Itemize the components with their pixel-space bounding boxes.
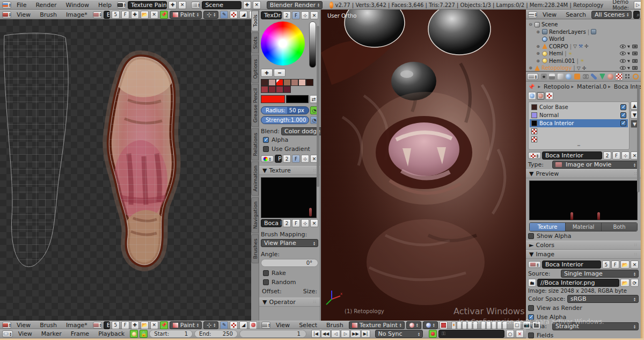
image-menu-view[interactable]: View — [13, 11, 34, 19]
previous-keyframe-button[interactable]: ◀◀ — [321, 330, 331, 338]
paint-draw-toggle[interactable]: ✎ — [220, 11, 228, 19]
tab-tools[interactable]: Tools — [251, 10, 259, 31]
cursor-icon[interactable] — [627, 59, 631, 62]
play-reverse-button[interactable]: ◁ — [331, 330, 340, 338]
preview-panel-header[interactable]: ▼Preview∷ — [526, 169, 641, 178]
brush-unlink-button[interactable]: ✕ — [310, 11, 318, 19]
fields-row[interactable]: Fields — [526, 331, 641, 338]
image-menu-image[interactable]: Image* — [62, 11, 91, 19]
next-keyframe-button[interactable]: ▶▶ — [350, 330, 360, 338]
screen-browse-button[interactable]: ▴▾ — [117, 2, 126, 9]
brush-fake-user-button[interactable]: F — [292, 11, 300, 19]
tab-particles[interactable] — [624, 73, 632, 81]
outliner-menu-search[interactable]: Search — [562, 11, 590, 19]
tab-relations[interactable]: Relations — [251, 128, 259, 161]
show-alpha-checkbox[interactable] — [528, 233, 534, 239]
random-checkbox-row[interactable]: Random — [261, 278, 318, 287]
preview-range-toggle[interactable] — [130, 330, 138, 338]
brush-users-button[interactable]: 2 — [283, 11, 291, 19]
brush-mapping-select[interactable]: View Plane▴▾ — [261, 239, 318, 247]
frame-end-field[interactable]: End:250 — [194, 330, 238, 338]
texture-slot-boca-interior[interactable]: Boca Interior — [530, 119, 628, 127]
pivot-select-2[interactable]: ⊹▴▾ — [203, 321, 218, 329]
sync-mode-select[interactable]: No Sync▴▾ — [375, 330, 423, 338]
cursor-icon[interactable] — [627, 66, 631, 70]
show-alpha-row[interactable]: Show Alpha — [526, 232, 641, 241]
use-alpha-checkbox[interactable] — [528, 314, 534, 320]
palette-swatch-active[interactable] — [276, 79, 283, 86]
delete-keyframe-button[interactable]: ✕ — [516, 330, 524, 338]
opengl-animation-button[interactable]: 🎬 — [532, 321, 540, 329]
preview-texture-button[interactable]: Texture — [530, 223, 566, 231]
camera-icon[interactable] — [632, 45, 638, 48]
outliner-item-retopology[interactable]: ⊕Retopology |▽✢ — [528, 64, 640, 72]
viewport-3d[interactable]: User Ortho x (1) Retopology — [321, 10, 526, 321]
texture-slot-empty[interactable] — [530, 127, 628, 135]
outliner-item-corpo[interactable]: ⊕CORPO |▽⚒✢ — [528, 43, 640, 50]
rake-checkbox[interactable] — [263, 270, 269, 276]
render-engine-select[interactable]: Blender Render▴▾ — [267, 1, 323, 9]
breadcrumb-material[interactable]: Material.0 — [577, 83, 606, 90]
view3d-menu-select[interactable]: Select — [295, 321, 321, 329]
view3d-menu-brush[interactable]: Brush — [323, 321, 347, 329]
image-open-button-2[interactable]: 📂 — [141, 321, 149, 329]
opengl-render-button[interactable]: 📷 — [523, 321, 531, 329]
preview-both-button[interactable]: Both — [602, 223, 637, 231]
editor-type-button-info[interactable]: ▴▾ — [2, 2, 11, 9]
pivot-point-select[interactable]: ▴▾ — [423, 321, 438, 329]
brush-texture-fake-user[interactable]: F — [292, 219, 300, 227]
tab-navigation[interactable]: Navigation — [251, 197, 259, 233]
brush-datablock-field[interactable]: TexDraw — [261, 11, 282, 19]
lock-time-toggle[interactable]: 🔒 — [140, 330, 148, 338]
colorspace-select[interactable]: sRGB▴▾ — [567, 295, 639, 303]
texture-slot-normal[interactable]: Normal — [530, 111, 628, 119]
current-frame-field[interactable]: 1 — [239, 330, 306, 338]
random-checkbox[interactable] — [263, 279, 269, 285]
breadcrumb-object[interactable]: Retopolo — [544, 83, 569, 90]
slot-enable-checkbox[interactable] — [620, 120, 626, 126]
palette-add-button[interactable]: ⊹ — [301, 155, 309, 163]
scene-delete-button[interactable]: ✕ — [253, 1, 261, 9]
image-users-button-2[interactable]: 5 — [112, 321, 120, 329]
menu-file[interactable]: File — [13, 1, 30, 9]
outliner-item-world[interactable]: World — [528, 35, 640, 43]
angle-slider[interactable]: 0° — [261, 259, 318, 267]
outliner-item-scene[interactable]: ⊖Scene — [528, 21, 640, 28]
outliner-filter-select[interactable]: All Scenes▴▾ — [591, 11, 632, 19]
tab-physics[interactable] — [632, 73, 640, 81]
paint-draw-toggle-2[interactable]: ✎ — [220, 321, 228, 329]
screen-delete-button[interactable]: ✕ — [178, 1, 186, 9]
image-datablock-field[interactable]: Boca Interior — [104, 11, 110, 19]
brush-texture-pin[interactable]: ⊹ — [301, 219, 309, 227]
properties-scrollbar[interactable] — [637, 85, 640, 192]
tab-animation[interactable]: Animation — [251, 161, 259, 196]
auto-keyframe-button[interactable] — [429, 330, 437, 338]
image-menu-view-2[interactable]: View — [13, 321, 34, 329]
image-unlink-button-props[interactable]: ✕ — [631, 261, 639, 269]
palette-swatch[interactable] — [306, 79, 313, 86]
use-gradient-checkbox[interactable] — [263, 146, 269, 152]
paint-mask-toggle-2[interactable] — [230, 321, 238, 329]
image-browse-button-2[interactable]: ▴▾ — [93, 322, 102, 329]
view-as-render-checkbox[interactable] — [528, 305, 534, 311]
frame-start-field[interactable]: Start:1 — [149, 330, 193, 338]
filepath-icon-button[interactable]: 🖿 — [528, 279, 536, 287]
image-menu-brush-2[interactable]: Brush — [36, 321, 61, 329]
image-unlink-button[interactable]: ✕ — [150, 11, 158, 19]
palette-fake-user-button[interactable]: F — [292, 155, 300, 163]
image-users-button[interactable]: 5 — [112, 11, 120, 19]
world-texture-toggle[interactable] — [528, 92, 536, 100]
image-source-select[interactable]: Single Image▴▾ — [561, 270, 639, 278]
paint-mask-toggle[interactable] — [230, 11, 238, 19]
tool-shelf-scrollbar[interactable] — [317, 26, 319, 187]
outliner-item-hemi[interactable]: ⊕Hemi |☀ — [528, 50, 640, 57]
palette-swatch[interactable] — [283, 86, 291, 93]
tab-brushes[interactable]: Brushes — [251, 234, 259, 263]
jump-to-end-button[interactable]: ▶| — [361, 330, 370, 338]
brush-add-button[interactable]: ⊹ — [301, 11, 309, 19]
play-button[interactable]: ▷ — [341, 330, 350, 338]
palette-color-add-button[interactable]: ✚ — [261, 69, 273, 77]
palette-swatch[interactable] — [283, 79, 291, 86]
image-users-button-props[interactable]: 5 — [602, 261, 610, 269]
eye-icon[interactable] — [620, 59, 626, 63]
